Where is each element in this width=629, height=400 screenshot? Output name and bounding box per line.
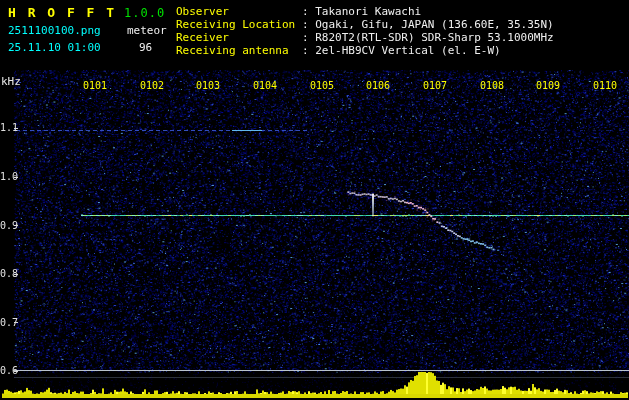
x-tick-0105: 0105 — [308, 81, 336, 91]
y-tick-1-1: 1.1 — [0, 123, 13, 133]
spectrogram-canvas — [0, 0, 629, 400]
y-tick-0-9: 0.9 — [0, 221, 13, 231]
mode-label: meteor — [127, 25, 167, 36]
info-label-location: Receiving Location — [176, 18, 302, 31]
info-row-receiver: Receiver: R820T2(RTL-SDR) SDR-Sharp 53.1… — [176, 31, 554, 44]
info-label-antenna: Receiving antenna — [176, 44, 302, 57]
x-tick-0104: 0104 — [251, 81, 279, 91]
info-value-location: : Ogaki, Gifu, JAPAN (136.60E, 35.35N) — [302, 18, 554, 31]
info-value-antenna: : 2el-HB9CV Vertical (el. E-W) — [302, 44, 501, 57]
x-tick-0108: 0108 — [478, 81, 506, 91]
x-tick-0107: 0107 — [421, 81, 449, 91]
freq-axis-unit: kHz — [1, 76, 21, 87]
y-tick-0-7: 0.7 — [0, 318, 13, 328]
y-tick-0-6: 0.6 — [0, 366, 13, 376]
echo-count: 96 — [139, 42, 152, 53]
timestamp: 25.11.10 01:00 — [8, 42, 101, 53]
info-value-receiver: : R820T2(RTL-SDR) SDR-Sharp 53.1000MHz — [302, 31, 554, 44]
y-tick-0-8: 0.8 — [0, 269, 13, 279]
app-title: H R O F F T — [8, 6, 116, 19]
info-row-location: Receiving Location: Ogaki, Gifu, JAPAN (… — [176, 18, 554, 31]
x-tick-0103: 0103 — [194, 81, 222, 91]
hrofft-window: H R O F F T 1.0.0 2511100100.png meteor … — [0, 0, 629, 400]
info-row-observer: Observer: Takanori Kawachi — [176, 5, 554, 18]
output-filename: 2511100100.png — [8, 25, 101, 36]
info-label-receiver: Receiver — [176, 31, 302, 44]
info-label-observer: Observer — [176, 5, 302, 18]
info-row-antenna: Receiving antenna: 2el-HB9CV Vertical (e… — [176, 44, 554, 57]
app-version: 1.0.0 — [124, 7, 165, 19]
y-tick-1-0: 1.0 — [0, 172, 13, 182]
station-info: Observer: Takanori Kawachi Receiving Loc… — [176, 5, 554, 57]
x-tick-0109: 0109 — [534, 81, 562, 91]
x-tick-0106: 0106 — [364, 81, 392, 91]
x-tick-0110: 0110 — [591, 81, 619, 91]
x-tick-0101: 0101 — [81, 81, 109, 91]
x-tick-0102: 0102 — [138, 81, 166, 91]
info-value-observer: : Takanori Kawachi — [302, 5, 421, 18]
